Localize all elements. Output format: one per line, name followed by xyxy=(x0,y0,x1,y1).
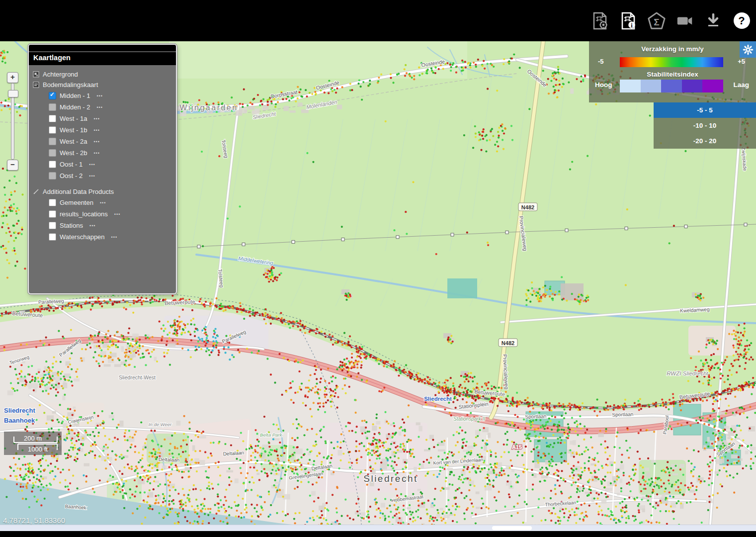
sigma-report-icon[interactable]: Σ xyxy=(647,11,666,31)
svg-text:N482: N482 xyxy=(502,340,514,346)
layer-item-midden-1[interactable]: Midden - 1••• xyxy=(49,90,173,101)
layer-item-midden-2[interactable]: Midden - 2••• xyxy=(49,101,173,113)
layer-group-label: Bodemdalingskaart xyxy=(43,81,98,89)
layer-checkbox[interactable] xyxy=(49,138,56,145)
stability-segment xyxy=(620,80,641,92)
layer-group-label: Achtergrond xyxy=(43,71,78,78)
svg-text:Σ: Σ xyxy=(654,16,659,27)
layer-checkbox[interactable] xyxy=(49,172,56,179)
range-option--10-10[interactable]: -10 - 10 xyxy=(654,118,756,133)
map-label: Sportlaan xyxy=(525,413,546,419)
layer-checkbox[interactable] xyxy=(49,222,56,229)
layer-group-bodemdalingskaart[interactable]: Bodemdalingskaart xyxy=(33,80,173,90)
layer-checkbox[interactable] xyxy=(49,126,56,134)
range-option--5-5[interactable]: -5 - 5 xyxy=(654,102,756,118)
map-label: Wijngaarden xyxy=(179,103,238,112)
legend-settings-button[interactable] xyxy=(740,41,756,58)
layer-item-oost-2[interactable]: Oost - 2••• xyxy=(49,170,173,181)
layer-group-achtergrond[interactable]: Achtergrond xyxy=(33,69,173,80)
map-label: RWZI Sliedrecht xyxy=(667,370,708,376)
download-icon[interactable] xyxy=(704,11,723,31)
layer-label: Stations xyxy=(60,222,83,229)
cursor-coordinates: 4.78721, 51.83360 xyxy=(3,516,65,525)
layer-item-gemeenten[interactable]: Gemeenten••• xyxy=(49,197,173,208)
layers-panel-titlebar[interactable] xyxy=(29,45,176,52)
subsidence-layer-icon xyxy=(33,82,39,88)
gradient-min-label: -5 xyxy=(598,58,604,65)
layer-label: West - 1b xyxy=(60,126,87,134)
background-layer-icon xyxy=(33,71,39,78)
gradient-max-label: +5 xyxy=(738,58,745,65)
road-shield: N482 xyxy=(499,339,517,347)
gear-icon xyxy=(743,44,754,55)
layer-label: West - 1a xyxy=(60,115,87,122)
layer-options-menu[interactable]: ••• xyxy=(100,200,106,205)
layer-checkbox[interactable] xyxy=(49,115,56,122)
layer-label: results_locations xyxy=(60,210,108,218)
video-icon[interactable] xyxy=(675,11,694,31)
layer-label: Waterschappen xyxy=(60,233,105,241)
layer-label: Midden - 1 xyxy=(60,92,90,99)
layer-item-west-1a[interactable]: West - 1a••• xyxy=(49,113,173,124)
map-label: Stationspark II xyxy=(453,416,485,422)
map-label: Baanhoek xyxy=(4,417,35,424)
layer-options-menu[interactable]: ••• xyxy=(96,93,102,98)
svg-text:N482: N482 xyxy=(521,204,534,210)
layer-checkbox[interactable] xyxy=(49,210,56,218)
layer-label: West - 2a xyxy=(60,138,87,145)
stability-color-bar xyxy=(620,80,723,92)
zoom-in-button[interactable]: + xyxy=(7,72,18,83)
scale-bar: 200 m1000 ft xyxy=(4,432,62,455)
map-label: Sliedrecht xyxy=(424,396,452,402)
layers-panel-body: AchtergrondBodemdalingskaartMidden - 1••… xyxy=(29,65,176,243)
layer-item-oost-1[interactable]: Oost - 1••• xyxy=(49,159,173,170)
zoom-slider-handle[interactable] xyxy=(8,90,18,97)
layer-checkbox[interactable] xyxy=(49,103,56,111)
layer-item-results-locations[interactable]: results_locations••• xyxy=(49,208,173,220)
app-root: { "topbar": { "icons": [ {"name":"map-se… xyxy=(0,0,756,537)
bottom-scrollbar[interactable] xyxy=(0,525,756,531)
layers-panel-title: Kaartlagen xyxy=(29,52,176,65)
layer-checkbox[interactable] xyxy=(49,92,56,99)
layer-item-west-1b[interactable]: West - 1b••• xyxy=(49,124,173,136)
layer-item-west-2a[interactable]: West - 2a••• xyxy=(49,136,173,147)
layer-options-menu[interactable]: ••• xyxy=(89,162,95,167)
range-options: -5 - 5-10 - 10-20 - 20 xyxy=(654,102,756,149)
scrollbar-thumb[interactable] xyxy=(492,526,532,530)
layer-options-menu[interactable]: ••• xyxy=(93,151,99,156)
map-label: Sportlaan xyxy=(612,411,633,417)
map-label: Deltalaan xyxy=(159,456,180,462)
zoom-out-button[interactable]: − xyxy=(7,160,18,171)
layer-item-stations[interactable]: Stations••• xyxy=(49,220,173,231)
layer-checkbox[interactable] xyxy=(49,199,56,206)
range-option--20-20[interactable]: -20 - 20 xyxy=(654,133,756,149)
stability-segment xyxy=(641,80,662,92)
map-info-icon[interactable]: i xyxy=(619,11,638,31)
layer-checkbox[interactable] xyxy=(49,161,56,168)
layer-options-menu[interactable]: ••• xyxy=(111,235,117,240)
layer-group-additional-data-products[interactable]: Additional Data Products xyxy=(33,186,173,197)
subsidence-gradient-bar xyxy=(620,57,723,67)
layer-options-menu[interactable]: ••• xyxy=(89,223,95,228)
scale-imperial-label: 1000 ft xyxy=(28,446,48,453)
layer-checkbox[interactable] xyxy=(49,149,56,157)
road-shield: N482 xyxy=(518,203,537,211)
layer-checkbox[interactable] xyxy=(49,233,56,241)
stability-segment xyxy=(661,80,682,92)
layer-options-menu[interactable]: ••• xyxy=(114,212,120,217)
layer-options-menu[interactable]: ••• xyxy=(93,139,99,144)
legend-panel: Verzakking in mm/y -5 +5 Stabiliteitsind… xyxy=(589,41,756,102)
map-label: A15 xyxy=(512,444,522,450)
layer-item-west-2b[interactable]: West - 2b••• xyxy=(49,147,173,159)
layer-options-menu[interactable]: ••• xyxy=(93,116,99,121)
layer-options-menu[interactable]: ••• xyxy=(96,105,102,110)
layer-item-waterschappen[interactable]: Waterschappen••• xyxy=(49,231,173,243)
help-icon[interactable]: ? xyxy=(732,11,751,31)
stability-low-label: Laag xyxy=(733,81,749,89)
layer-options-menu[interactable]: ••• xyxy=(93,128,99,133)
stability-segment xyxy=(702,80,723,92)
subsidence-legend-title: Verzakking in mm/y xyxy=(589,41,756,53)
stability-high-label: Hoog xyxy=(595,81,612,89)
layer-options-menu[interactable]: ••• xyxy=(89,174,95,179)
map-settings-icon[interactable] xyxy=(590,11,609,31)
